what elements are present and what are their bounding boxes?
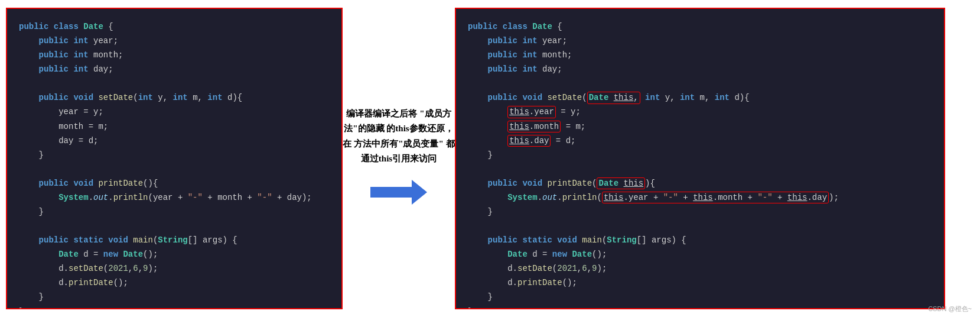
code-line: System.out.println(year + "-" + month + … — [19, 190, 330, 205]
code-line: } — [19, 148, 330, 162]
code-line: this.day = d; — [468, 134, 932, 148]
code-line: public int month; — [468, 48, 932, 62]
code-line: public int month; — [19, 48, 330, 62]
main-container: public class Date { public int year; pub… — [0, 0, 980, 317]
code-line: } — [19, 290, 330, 304]
code-line: d.printDate(); — [468, 276, 932, 290]
code-line: public class Date { — [468, 20, 932, 34]
arrow-area: 编译器编译之后将 "成员方法"的隐藏 的this参数还原，在 方法中所有"成员变… — [343, 106, 455, 211]
code-line: d.setDate(2021,6,9); — [19, 261, 330, 276]
code-line: public void printDate(){ — [19, 176, 330, 190]
code-line: day = d; — [19, 134, 330, 148]
code-line — [468, 76, 932, 90]
code-line: public void setDate(Date this, int y, in… — [468, 90, 932, 105]
svg-marker-2 — [412, 180, 427, 205]
code-line: month = m; — [19, 119, 330, 134]
code-line: d.printDate(); — [19, 276, 330, 290]
code-line: } — [468, 290, 932, 304]
code-line: } — [468, 305, 932, 309]
code-line — [19, 219, 330, 233]
code-line — [19, 76, 330, 90]
code-line: this.year = y; — [468, 105, 932, 119]
code-line: public int day; — [19, 62, 330, 76]
code-line: } — [19, 305, 330, 309]
left-code-panel: public class Date { public int year; pub… — [6, 8, 343, 309]
code-line: public void printDate(Date this){ — [468, 176, 932, 190]
code-line: public int year; — [19, 34, 330, 48]
code-line — [468, 219, 932, 233]
code-line — [468, 162, 932, 176]
code-line — [19, 162, 330, 176]
code-line: public static void main(String[] args) { — [19, 233, 330, 247]
code-line: } — [468, 205, 932, 219]
code-line: } — [19, 205, 330, 219]
code-line: System.out.println(this.year + "-" + thi… — [468, 190, 932, 205]
code-line: public void setDate(int y, int m, int d)… — [19, 90, 330, 105]
code-line: public int day; — [468, 62, 932, 76]
csdn-watermark: CSDN @橙色~ — [928, 305, 972, 313]
code-line: public int year; — [468, 34, 932, 48]
right-code-panel: public class Date { public int year; pub… — [455, 8, 945, 309]
arrow-icon — [369, 176, 428, 211]
code-line: Date d = new Date(); — [468, 247, 932, 261]
svg-rect-1 — [370, 187, 412, 198]
code-line: Date d = new Date(); — [19, 247, 330, 261]
code-line: d.setDate(2021,6,9); — [468, 261, 932, 276]
code-line: public static void main(String[] args) { — [468, 233, 932, 247]
code-line: public class Date { — [19, 20, 330, 34]
code-line: year = y; — [19, 105, 330, 119]
code-line: this.month = m; — [468, 119, 932, 134]
code-line: } — [468, 148, 932, 162]
arrow-text: 编译器编译之后将 "成员方法"的隐藏 的this参数还原，在 方法中所有"成员变… — [343, 106, 455, 167]
